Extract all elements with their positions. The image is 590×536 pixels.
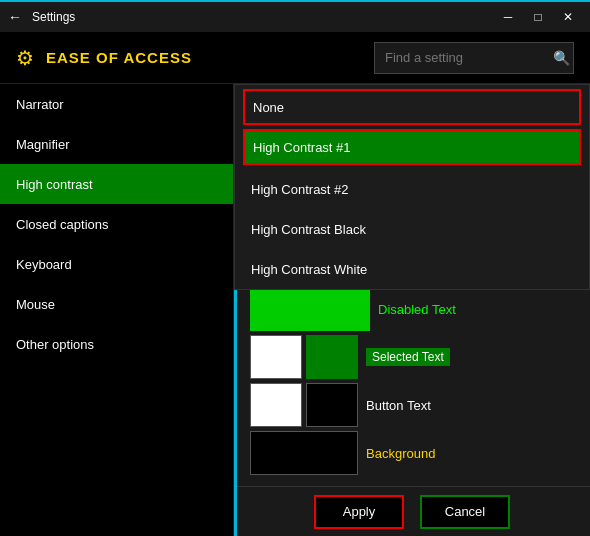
preview-row-background: Background [250,431,590,475]
maximize-button[interactable]: □ [524,3,552,31]
minimize-button[interactable]: ─ [494,3,522,31]
sidebar-item-magnifier[interactable]: Magnifier [0,124,233,164]
selected-text-label: Selected Text [366,348,450,366]
window-controls: ─ □ ✕ [494,3,582,31]
bottom-bar: Apply Cancel [234,486,590,536]
sidebar-item-mouse[interactable]: Mouse [0,284,233,324]
cancel-button[interactable]: Cancel [420,495,510,529]
main-content: Narrator Magnifier High contrast Closed … [0,84,590,536]
title-bar: ← Settings ─ □ ✕ [0,0,590,32]
preview-row-disabled: Disabled Text [250,287,590,331]
dropdown-item-none[interactable]: None [243,89,581,125]
dropdown-item-hcwhite[interactable]: High Contrast White [235,249,589,289]
back-button[interactable]: ← [8,9,22,25]
dropdown-item-hcblack[interactable]: High Contrast Black [235,209,589,249]
color-swatch-black[interactable] [306,383,358,427]
color-swatch-disabled[interactable] [250,287,370,331]
app-header: ⚙ EASE OF ACCESS 🔍 [0,32,590,84]
app-title: EASE OF ACCESS [46,49,374,66]
color-swatch-dark-green[interactable] [306,335,358,379]
button-text-label: Button Text [366,398,431,413]
window-title: Settings [32,10,494,24]
search-box[interactable]: 🔍 [374,42,574,74]
gear-icon: ⚙ [16,46,34,70]
dropdown-item-hc1[interactable]: High Contrast #1 [243,129,581,165]
theme-dropdown: None High Contrast #1 High Contrast #2 H… [234,84,590,290]
dropdown-item-hc2[interactable]: High Contrast #2 [235,169,589,209]
close-button[interactable]: ✕ [554,3,582,31]
background-label: Background [366,446,435,461]
preview-row-selected: Selected Text [250,335,590,379]
sidebar-item-narrator[interactable]: Narrator [0,84,233,124]
search-icon: 🔍 [553,50,570,66]
search-input[interactable] [385,50,553,65]
preview-row-button: Button Text [250,383,590,427]
color-swatch-background[interactable] [250,431,358,475]
sidebar-item-other-options[interactable]: Other options [0,324,233,364]
color-swatch-white-2[interactable] [250,383,302,427]
color-swatch-white-1[interactable] [250,335,302,379]
disabled-text-label: Disabled Text [378,302,456,317]
sidebar-item-high-contrast[interactable]: High contrast [0,164,233,204]
content-area: None High Contrast #1 High Contrast #2 H… [234,84,590,536]
sidebar: Narrator Magnifier High contrast Closed … [0,84,234,536]
apply-button[interactable]: Apply [314,495,404,529]
sidebar-item-keyboard[interactable]: Keyboard [0,244,233,284]
sidebar-item-closed-captions[interactable]: Closed captions [0,204,233,244]
